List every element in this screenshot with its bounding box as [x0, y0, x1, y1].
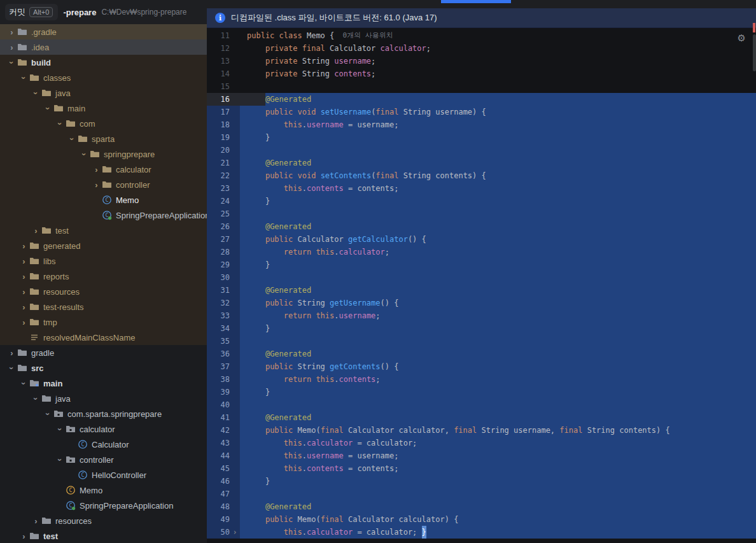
- tree-item-controller[interactable]: ›controller: [0, 177, 207, 192]
- project-name[interactable]: -prepare: [63, 8, 96, 17]
- code-line-27[interactable]: 27 public Calculator getCalculator() {: [207, 233, 756, 246]
- chevron-right-icon[interactable]: ›: [18, 302, 29, 312]
- tree-item-test[interactable]: ›test: [0, 223, 207, 238]
- code-line-20[interactable]: 20: [207, 144, 756, 157]
- code-line-40[interactable]: 40: [207, 398, 756, 411]
- code-line-22[interactable]: 22 public void setContents(final String …: [207, 169, 756, 182]
- code-line-12[interactable]: 12 private final Calculator calculator;: [207, 42, 756, 55]
- code-line-39[interactable]: 39 }: [207, 386, 756, 398]
- code-line-37[interactable]: 37 public String getContents() {: [207, 360, 756, 373]
- code-line-15[interactable]: 15: [207, 80, 756, 93]
- chevron-right-icon[interactable]: ›: [18, 532, 29, 541]
- chevron-down-icon[interactable]: ›: [80, 149, 89, 160]
- tree-item-resources[interactable]: ›resources: [0, 513, 207, 528]
- chevron-right-icon[interactable]: ›: [91, 180, 102, 190]
- chevron-right-icon[interactable]: ›: [31, 226, 41, 236]
- tree-item--gradle[interactable]: ›.gradle: [0, 24, 207, 39]
- chevron-right-icon[interactable]: ›: [18, 257, 29, 266]
- code-line-31[interactable]: 31 @Generated: [207, 284, 756, 297]
- tree-item-libs[interactable]: ›libs: [0, 253, 207, 269]
- code-line-34[interactable]: 34 }: [207, 322, 756, 335]
- tree-item-memo[interactable]: CMemo: [0, 483, 207, 498]
- fold-icon[interactable]: ›: [230, 526, 240, 539]
- tree-item-springprepareapplication[interactable]: CSpringPrepareApplication: [0, 498, 207, 513]
- tree-item-classes[interactable]: ›classes: [0, 70, 207, 85]
- tree-item-resources[interactable]: ›resources: [0, 284, 207, 299]
- chevron-down-icon[interactable]: ›: [67, 134, 77, 145]
- code-line-16[interactable]: 16 @Generated: [207, 93, 756, 106]
- chevron-right-icon[interactable]: ›: [6, 348, 17, 358]
- chevron-down-icon[interactable]: ›: [43, 409, 53, 420]
- tree-item-memo[interactable]: CMemo: [0, 192, 207, 208]
- chevron-right-icon[interactable]: ›: [18, 272, 29, 281]
- commit-toolwindow-tab[interactable]: 커밋 Alt+0: [5, 4, 58, 20]
- chevron-down-icon[interactable]: ›: [19, 378, 29, 389]
- tree-item-calculator[interactable]: ›calculator: [0, 421, 207, 437]
- chevron-down-icon[interactable]: ›: [55, 455, 65, 465]
- code-line-26[interactable]: 26 @Generated: [207, 220, 756, 233]
- tree-item-resolvedmainclassname[interactable]: resolvedMainClassName: [0, 330, 207, 345]
- chevron-right-icon[interactable]: ›: [6, 27, 17, 37]
- code-line-45[interactable]: 45 this.contents = contents;: [207, 462, 756, 475]
- tree-item-main[interactable]: ›main: [0, 376, 207, 391]
- code-line-28[interactable]: 28 return this.calculator;: [207, 246, 756, 258]
- code-line-32[interactable]: 32 public String getUsername() {: [207, 297, 756, 309]
- code-line-29[interactable]: 29 }: [207, 258, 756, 271]
- chevron-down-icon[interactable]: ›: [7, 363, 17, 374]
- chevron-down-icon[interactable]: ›: [31, 393, 41, 404]
- tree-item-hellocontroller[interactable]: CHelloController: [0, 467, 207, 483]
- tree-item-com-sparta-springprepare[interactable]: ›com.sparta.springprepare: [0, 406, 207, 421]
- code-line-43[interactable]: 43 this.calculator = calculator;: [207, 437, 756, 449]
- tree-item-calculator[interactable]: ›calculator: [0, 162, 207, 177]
- chevron-right-icon[interactable]: ›: [6, 43, 17, 52]
- code-line-36[interactable]: 36 @Generated: [207, 348, 756, 360]
- code-line-18[interactable]: 18 this.username = username;: [207, 118, 756, 131]
- tree-item-build[interactable]: ›build: [0, 55, 207, 70]
- tree-item-java[interactable]: ›java: [0, 85, 207, 101]
- tree-item-test-results[interactable]: ›test-results: [0, 299, 207, 314]
- tree-item-springprepare[interactable]: ›springprepare: [0, 146, 207, 162]
- chevron-right-icon[interactable]: ›: [18, 287, 29, 297]
- tree-item-springprepareapplication[interactable]: CSpringPrepareApplication: [0, 208, 207, 223]
- gear-icon[interactable]: ⚙: [734, 32, 750, 45]
- tree-item-src[interactable]: ›src: [0, 360, 207, 376]
- code-line-44[interactable]: 44 this.username = username;: [207, 449, 756, 462]
- tree-item-main[interactable]: ›main: [0, 101, 207, 116]
- code-line-11[interactable]: 11public class Memo { 0개의 사용위치: [207, 29, 756, 42]
- scrollbar-thumb[interactable]: [753, 34, 756, 71]
- tree-item-test[interactable]: ›test: [0, 528, 207, 543]
- code-line-25[interactable]: 25: [207, 208, 756, 220]
- code-line-21[interactable]: 21 @Generated: [207, 157, 756, 169]
- code-line-46[interactable]: 46 }: [207, 475, 756, 488]
- code-line-50[interactable]: 50› this.calculator = calculator; }: [207, 526, 756, 539]
- chevron-down-icon[interactable]: ›: [31, 88, 41, 99]
- code-area[interactable]: 11public class Memo { 0개의 사용위치12 private…: [207, 28, 756, 543]
- tree-item-calculator[interactable]: CCalculator: [0, 437, 207, 452]
- chevron-right-icon[interactable]: ›: [91, 165, 102, 174]
- tree-item-java[interactable]: ›java: [0, 391, 207, 406]
- chevron-down-icon[interactable]: ›: [55, 424, 65, 435]
- code-line-19[interactable]: 19 }: [207, 131, 756, 144]
- code-line-49[interactable]: 49 public Memo(final Calculator calculat…: [207, 513, 756, 526]
- tree-item-com[interactable]: ›com: [0, 116, 207, 131]
- tree-item-sparta[interactable]: ›sparta: [0, 131, 207, 146]
- code-line-17[interactable]: 17 public void setUsername(final String …: [207, 106, 756, 118]
- code-line-47[interactable]: 47: [207, 488, 756, 500]
- code-line-13[interactable]: 13 private String username;: [207, 55, 756, 67]
- tree-item--idea[interactable]: ›.idea: [0, 39, 207, 55]
- code-line-14[interactable]: 14 private String contents;: [207, 67, 756, 80]
- code-line-24[interactable]: 24 }: [207, 195, 756, 208]
- code-line-38[interactable]: 38 return this.contents;: [207, 373, 756, 386]
- code-line-33[interactable]: 33 return this.username;: [207, 309, 756, 322]
- tree-item-reports[interactable]: ›reports: [0, 269, 207, 284]
- chevron-down-icon[interactable]: ›: [55, 118, 65, 129]
- chevron-down-icon[interactable]: ›: [19, 73, 29, 83]
- code-line-42[interactable]: 42 public Memo(final Calculator calculat…: [207, 424, 756, 437]
- code-line-23[interactable]: 23 this.contents = contents;: [207, 182, 756, 195]
- tree-item-gradle[interactable]: ›gradle: [0, 345, 207, 360]
- code-line-35[interactable]: 35: [207, 335, 756, 348]
- code-line-41[interactable]: 41 @Generated: [207, 411, 756, 424]
- code-line-30[interactable]: 30: [207, 271, 756, 284]
- tree-item-generated[interactable]: ›generated: [0, 238, 207, 253]
- chevron-down-icon[interactable]: ›: [7, 57, 17, 68]
